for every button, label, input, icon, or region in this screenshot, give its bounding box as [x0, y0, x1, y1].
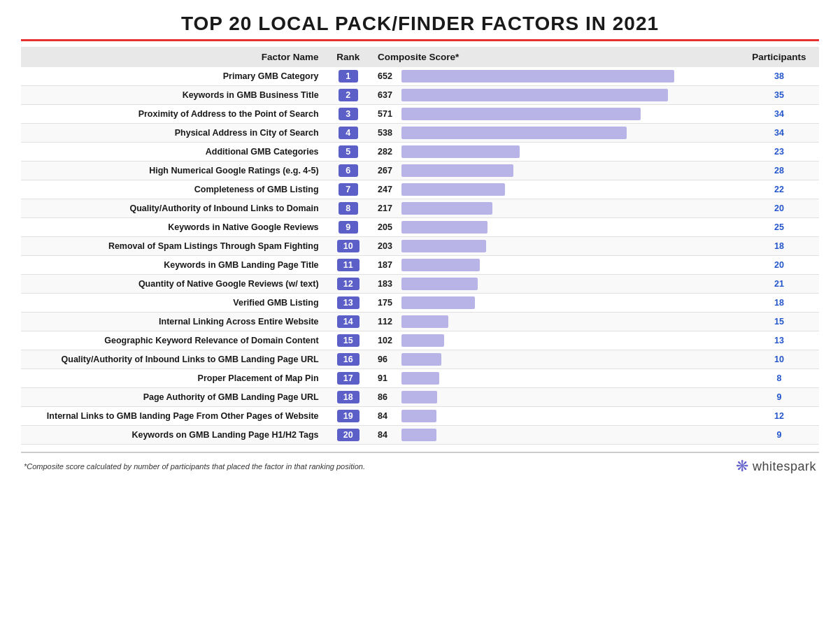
- table-row: Verified GMB Listing1317518: [21, 294, 819, 313]
- score-bar: [401, 278, 478, 290]
- factor-rank: 13: [325, 294, 372, 313]
- table-row: Keywords on GMB Landing Page H1/H2 Tags2…: [21, 426, 819, 445]
- factor-name: Proximity of Address to the Point of Sea…: [21, 105, 325, 124]
- factor-score: 203: [372, 237, 739, 256]
- rank-badge: 11: [337, 259, 360, 271]
- score-bar: [401, 240, 486, 252]
- factor-name: Primary GMB Category: [21, 67, 325, 86]
- rank-badge: 10: [337, 240, 360, 252]
- table-row: Internal Links to GMB landing Page From …: [21, 407, 819, 426]
- factor-participants: 25: [739, 218, 819, 237]
- score-bar: [401, 127, 627, 139]
- factor-rank: 10: [325, 237, 372, 256]
- score-bar: [401, 70, 674, 83]
- table-row: Page Authority of GMB Landing Page URL18…: [21, 388, 819, 407]
- table-container: Factor Name Rank Composite Score* Partic…: [21, 47, 819, 445]
- table-row: Quality/Authority of Inbound Links to Do…: [21, 199, 819, 218]
- factor-rank: 2: [325, 86, 372, 105]
- table-row: Primary GMB Category165238: [21, 67, 819, 86]
- factor-participants: 18: [739, 237, 819, 256]
- factor-rank: 17: [325, 369, 372, 388]
- rank-badge: 14: [337, 315, 360, 328]
- table-header-row: Factor Name Rank Composite Score* Partic…: [21, 47, 819, 67]
- score-bar: [401, 353, 441, 366]
- factor-score: 571: [372, 105, 739, 124]
- factor-name: Keywords in Native Google Reviews: [21, 218, 325, 237]
- factor-score: 187: [372, 256, 739, 275]
- score-value: 247: [378, 185, 397, 194]
- factor-name: Quantity of Native Google Reviews (w/ te…: [21, 275, 325, 294]
- brand-area: ❋ whitespark: [736, 457, 816, 475]
- factor-participants: 13: [739, 331, 819, 350]
- factor-name: Verified GMB Listing: [21, 294, 325, 313]
- table-row: Keywords in Native Google Reviews920525: [21, 218, 819, 237]
- factor-name: Proper Placement of Map Pin: [21, 369, 325, 388]
- score-value: 84: [378, 430, 397, 440]
- score-value: 571: [378, 109, 397, 119]
- page-title: TOP 20 LOCAL PACK/FINDER FACTORS IN 2021: [21, 13, 819, 35]
- col-header-participants: Participants: [739, 47, 819, 67]
- factor-score: 247: [372, 180, 739, 199]
- page-wrapper: TOP 20 LOCAL PACK/FINDER FACTORS IN 2021…: [0, 0, 840, 630]
- table-row: Keywords in GMB Business Title263735: [21, 86, 819, 105]
- table-row: Physical Address in City of Search453834: [21, 124, 819, 143]
- rank-badge: 18: [337, 391, 360, 403]
- table-row: Proximity of Address to the Point of Sea…: [21, 105, 819, 124]
- score-bar: [401, 372, 439, 385]
- factor-score: 91: [372, 369, 739, 388]
- factor-participants: 20: [739, 199, 819, 218]
- factor-rank: 1: [325, 67, 372, 86]
- score-value: 96: [378, 355, 397, 364]
- factor-name: Keywords in GMB Landing Page Title: [21, 256, 325, 275]
- factor-rank: 16: [325, 350, 372, 369]
- score-bar: [401, 429, 436, 441]
- table-row: Removal of Spam Listings Through Spam Fi…: [21, 237, 819, 256]
- factor-rank: 18: [325, 388, 372, 407]
- factor-score: 84: [372, 426, 739, 445]
- rank-badge: 15: [337, 334, 360, 347]
- factor-name: Physical Address in City of Search: [21, 124, 325, 143]
- rank-badge: 17: [337, 372, 360, 385]
- factor-score: 175: [372, 294, 739, 313]
- table-row: Internal Linking Across Entire Website14…: [21, 313, 819, 331]
- rank-badge: 4: [339, 127, 358, 139]
- rank-badge: 9: [339, 221, 358, 234]
- factor-participants: 12: [739, 407, 819, 426]
- factor-rank: 4: [325, 124, 372, 143]
- table-row: Quality/Authority of Inbound Links to GM…: [21, 350, 819, 369]
- factor-name: Internal Linking Across Entire Website: [21, 313, 325, 331]
- col-header-rank: Rank: [325, 47, 372, 67]
- score-bar: [401, 183, 505, 196]
- score-value: 217: [378, 203, 397, 213]
- table-row: High Numerical Google Ratings (e.g. 4-5)…: [21, 162, 819, 180]
- table-row: Completeness of GMB Listing724722: [21, 180, 819, 199]
- table-row: Keywords in GMB Landing Page Title111872…: [21, 256, 819, 275]
- score-bar: [401, 221, 487, 234]
- factor-participants: 8: [739, 369, 819, 388]
- score-bar: [401, 145, 520, 158]
- factor-rank: 19: [325, 407, 372, 426]
- factor-participants: 20: [739, 256, 819, 275]
- score-value: 84: [378, 411, 397, 421]
- table-body: Primary GMB Category165238Keywords in GM…: [21, 67, 819, 445]
- rank-badge: 12: [337, 278, 360, 290]
- rank-badge: 20: [337, 429, 360, 441]
- score-value: 91: [378, 373, 397, 383]
- factor-participants: 15: [739, 313, 819, 331]
- factor-participants: 22: [739, 180, 819, 199]
- footer-note: *Composite score calculated by number of…: [24, 462, 365, 471]
- score-value: 187: [378, 260, 397, 270]
- factor-score: 538: [372, 124, 739, 143]
- score-value: 183: [378, 279, 397, 289]
- score-bar: [401, 89, 668, 101]
- red-divider: [21, 39, 819, 41]
- rank-badge: 6: [339, 164, 358, 177]
- factor-score: 86: [372, 388, 739, 407]
- factor-score: 205: [372, 218, 739, 237]
- factor-score: 637: [372, 86, 739, 105]
- factor-rank: 15: [325, 331, 372, 350]
- rank-badge: 8: [339, 202, 358, 215]
- brand-icon: ❋: [736, 457, 748, 475]
- col-header-name: Factor Name: [21, 47, 325, 67]
- factors-table: Factor Name Rank Composite Score* Partic…: [21, 47, 819, 445]
